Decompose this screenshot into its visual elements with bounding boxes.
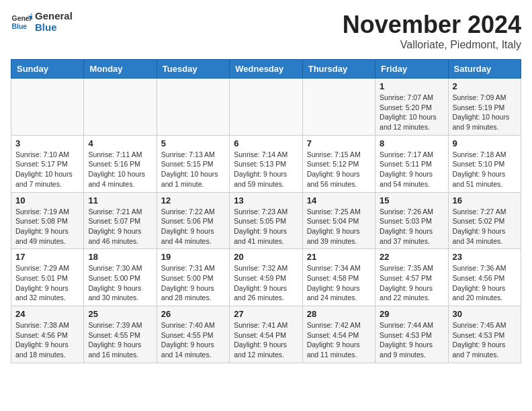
day-info: Sunrise: 7:36 AM Sunset: 4:56 PM Dayligh… — [453, 263, 517, 303]
month-title: November 2024 — [343, 11, 521, 39]
day-info: Sunrise: 7:30 AM Sunset: 5:00 PM Dayligh… — [88, 263, 152, 303]
day-info: Sunrise: 7:23 AM Sunset: 5:05 PM Dayligh… — [234, 207, 298, 246]
logo-icon: General Blue — [11, 11, 32, 33]
header: General Blue General Blue November 2024 … — [11, 11, 521, 51]
day-info: Sunrise: 7:29 AM Sunset: 5:01 PM Dayligh… — [15, 263, 79, 303]
weekday-header-friday: Friday — [375, 60, 448, 79]
day-number: 20 — [234, 252, 298, 262]
day-info: Sunrise: 7:11 AM Sunset: 5:16 PM Dayligh… — [88, 150, 152, 189]
calendar-cell: 20Sunrise: 7:32 AM Sunset: 4:59 PM Dayli… — [230, 249, 302, 306]
calendar-table: SundayMondayTuesdayWednesdayThursdayFrid… — [11, 59, 521, 363]
calendar-cell: 21Sunrise: 7:34 AM Sunset: 4:58 PM Dayli… — [302, 249, 375, 306]
calendar-cell: 26Sunrise: 7:40 AM Sunset: 4:55 PM Dayli… — [157, 306, 229, 363]
day-number: 24 — [15, 309, 79, 319]
calendar-week-4: 17Sunrise: 7:29 AM Sunset: 5:01 PM Dayli… — [11, 249, 521, 306]
day-number: 28 — [307, 309, 371, 319]
day-number: 5 — [161, 138, 225, 148]
day-number: 4 — [88, 138, 152, 148]
calendar-cell — [84, 79, 157, 136]
calendar-cell: 12Sunrise: 7:22 AM Sunset: 5:06 PM Dayli… — [157, 192, 229, 249]
day-info: Sunrise: 7:38 AM Sunset: 4:56 PM Dayligh… — [15, 320, 79, 360]
day-number: 13 — [234, 195, 298, 205]
calendar-cell — [302, 79, 375, 136]
day-number: 3 — [15, 138, 79, 148]
day-number: 22 — [380, 252, 443, 262]
day-info: Sunrise: 7:44 AM Sunset: 4:53 PM Dayligh… — [380, 320, 443, 360]
day-info: Sunrise: 7:10 AM Sunset: 5:17 PM Dayligh… — [15, 150, 79, 189]
calendar-cell: 14Sunrise: 7:25 AM Sunset: 5:04 PM Dayli… — [302, 192, 375, 249]
calendar-cell: 7Sunrise: 7:15 AM Sunset: 5:12 PM Daylig… — [302, 135, 375, 192]
calendar-cell: 22Sunrise: 7:35 AM Sunset: 4:57 PM Dayli… — [375, 249, 448, 306]
day-number: 16 — [453, 195, 517, 205]
calendar-cell: 16Sunrise: 7:27 AM Sunset: 5:02 PM Dayli… — [448, 192, 521, 249]
day-number: 11 — [88, 195, 152, 205]
calendar-cell: 1Sunrise: 7:07 AM Sunset: 5:20 PM Daylig… — [375, 79, 448, 136]
day-number: 6 — [234, 138, 298, 148]
day-number: 23 — [453, 252, 517, 262]
day-info: Sunrise: 7:45 AM Sunset: 4:53 PM Dayligh… — [453, 320, 517, 360]
calendar-cell: 17Sunrise: 7:29 AM Sunset: 5:01 PM Dayli… — [11, 249, 84, 306]
day-info: Sunrise: 7:40 AM Sunset: 4:55 PM Dayligh… — [161, 320, 225, 360]
day-number: 14 — [307, 195, 371, 205]
day-info: Sunrise: 7:18 AM Sunset: 5:10 PM Dayligh… — [453, 150, 517, 189]
day-info: Sunrise: 7:14 AM Sunset: 5:13 PM Dayligh… — [234, 150, 298, 189]
svg-text:Blue: Blue — [12, 22, 28, 30]
day-info: Sunrise: 7:39 AM Sunset: 4:55 PM Dayligh… — [88, 320, 152, 360]
day-number: 29 — [380, 309, 443, 319]
day-info: Sunrise: 7:15 AM Sunset: 5:12 PM Dayligh… — [307, 150, 371, 189]
day-number: 1 — [380, 81, 443, 91]
calendar-week-1: 1Sunrise: 7:07 AM Sunset: 5:20 PM Daylig… — [11, 79, 521, 136]
day-info: Sunrise: 7:41 AM Sunset: 4:54 PM Dayligh… — [234, 320, 298, 360]
calendar-cell: 25Sunrise: 7:39 AM Sunset: 4:55 PM Dayli… — [84, 306, 157, 363]
day-info: Sunrise: 7:34 AM Sunset: 4:58 PM Dayligh… — [307, 263, 371, 303]
day-number: 17 — [15, 252, 79, 262]
weekday-header-tuesday: Tuesday — [157, 60, 229, 79]
calendar-cell: 18Sunrise: 7:30 AM Sunset: 5:00 PM Dayli… — [84, 249, 157, 306]
day-number: 27 — [234, 309, 298, 319]
calendar-cell: 24Sunrise: 7:38 AM Sunset: 4:56 PM Dayli… — [11, 306, 84, 363]
weekday-header-saturday: Saturday — [448, 60, 521, 79]
day-number: 15 — [380, 195, 443, 205]
calendar-week-2: 3Sunrise: 7:10 AM Sunset: 5:17 PM Daylig… — [11, 135, 521, 192]
weekday-header-sunday: Sunday — [11, 60, 84, 79]
calendar-cell: 4Sunrise: 7:11 AM Sunset: 5:16 PM Daylig… — [84, 135, 157, 192]
calendar-cell: 27Sunrise: 7:41 AM Sunset: 4:54 PM Dayli… — [230, 306, 302, 363]
calendar-cell: 10Sunrise: 7:19 AM Sunset: 5:08 PM Dayli… — [11, 192, 84, 249]
calendar-cell: 23Sunrise: 7:36 AM Sunset: 4:56 PM Dayli… — [448, 249, 521, 306]
day-number: 18 — [88, 252, 152, 262]
day-number: 9 — [453, 138, 517, 148]
calendar-cell: 13Sunrise: 7:23 AM Sunset: 5:05 PM Dayli… — [230, 192, 302, 249]
day-info: Sunrise: 7:25 AM Sunset: 5:04 PM Dayligh… — [307, 207, 371, 246]
location: Valloriate, Piedmont, Italy — [343, 39, 521, 51]
day-info: Sunrise: 7:19 AM Sunset: 5:08 PM Dayligh… — [15, 207, 79, 246]
calendar-cell: 2Sunrise: 7:09 AM Sunset: 5:19 PM Daylig… — [448, 79, 521, 136]
day-info: Sunrise: 7:31 AM Sunset: 5:00 PM Dayligh… — [161, 263, 225, 303]
day-number: 12 — [161, 195, 225, 205]
calendar-cell: 9Sunrise: 7:18 AM Sunset: 5:10 PM Daylig… — [448, 135, 521, 192]
day-number: 21 — [307, 252, 371, 262]
weekday-header-monday: Monday — [84, 60, 157, 79]
day-info: Sunrise: 7:09 AM Sunset: 5:19 PM Dayligh… — [453, 93, 517, 132]
calendar-cell: 30Sunrise: 7:45 AM Sunset: 4:53 PM Dayli… — [448, 306, 521, 363]
calendar-week-3: 10Sunrise: 7:19 AM Sunset: 5:08 PM Dayli… — [11, 192, 521, 249]
calendar-cell: 28Sunrise: 7:42 AM Sunset: 4:54 PM Dayli… — [302, 306, 375, 363]
day-number: 25 — [88, 309, 152, 319]
day-number: 7 — [307, 138, 371, 148]
calendar-cell: 19Sunrise: 7:31 AM Sunset: 5:00 PM Dayli… — [157, 249, 229, 306]
calendar-cell: 3Sunrise: 7:10 AM Sunset: 5:17 PM Daylig… — [11, 135, 84, 192]
calendar-cell: 5Sunrise: 7:13 AM Sunset: 5:15 PM Daylig… — [157, 135, 229, 192]
day-number: 10 — [15, 195, 79, 205]
calendar-cell: 29Sunrise: 7:44 AM Sunset: 4:53 PM Dayli… — [375, 306, 448, 363]
day-info: Sunrise: 7:27 AM Sunset: 5:02 PM Dayligh… — [453, 207, 517, 246]
day-info: Sunrise: 7:13 AM Sunset: 5:15 PM Dayligh… — [161, 150, 225, 189]
calendar-week-5: 24Sunrise: 7:38 AM Sunset: 4:56 PM Dayli… — [11, 306, 521, 363]
calendar-cell — [11, 79, 84, 136]
day-number: 30 — [453, 309, 517, 319]
day-info: Sunrise: 7:26 AM Sunset: 5:03 PM Dayligh… — [380, 207, 443, 246]
day-info: Sunrise: 7:42 AM Sunset: 4:54 PM Dayligh… — [307, 320, 371, 360]
weekday-header-thursday: Thursday — [302, 60, 375, 79]
day-info: Sunrise: 7:35 AM Sunset: 4:57 PM Dayligh… — [380, 263, 443, 303]
logo: General Blue General Blue — [11, 11, 73, 33]
weekday-header-wednesday: Wednesday — [230, 60, 302, 79]
day-info: Sunrise: 7:22 AM Sunset: 5:06 PM Dayligh… — [161, 207, 225, 246]
